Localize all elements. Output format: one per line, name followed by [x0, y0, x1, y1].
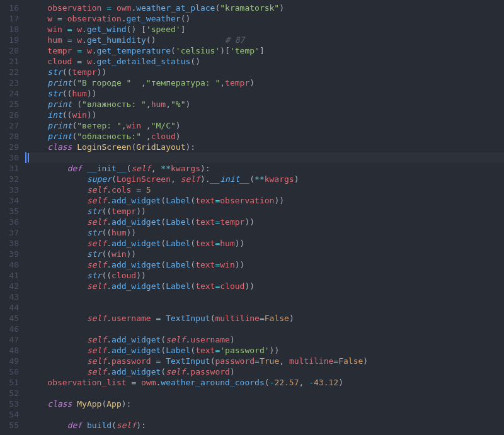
code-line[interactable]: str((tempr)) [25, 206, 504, 217]
token: hum [220, 239, 234, 248]
token: )) [235, 260, 245, 269]
token [28, 25, 47, 34]
token: username [190, 335, 230, 344]
code-line[interactable]: self.add_widget(Label(text=hum)) [25, 238, 504, 249]
code-line[interactable] [25, 302, 504, 313]
token [28, 185, 87, 195]
token: cloud [151, 132, 176, 141]
code-line[interactable]: observation_list = owm.weather_around_co… [25, 377, 504, 388]
token: , [141, 78, 146, 88]
token [52, 14, 57, 23]
token [112, 3, 117, 13]
code-line[interactable]: print("обласность:" ,cloud) [25, 131, 504, 142]
token: ) [279, 3, 284, 13]
code-line[interactable] [25, 409, 504, 420]
token: Label [166, 217, 190, 227]
token: (( [101, 249, 112, 259]
token: def [67, 421, 82, 430]
code-line[interactable] [25, 388, 504, 398]
code-line[interactable]: observation = owm.weather_at_place("kram… [25, 3, 504, 13]
code-line[interactable]: str((hum)) [25, 227, 504, 238]
token: text [195, 281, 215, 291]
token: = [77, 57, 82, 66]
token: = [255, 356, 260, 366]
token [82, 46, 87, 55]
token: self [87, 185, 106, 195]
token: self [117, 421, 136, 430]
token: self [87, 281, 106, 291]
code-line[interactable]: self.add_widget(self.username) [25, 334, 504, 345]
token: build [87, 421, 112, 430]
code-line[interactable] [25, 152, 504, 163]
code-line[interactable]: hum = w.get_humidity() # 87 [25, 35, 504, 45]
code-line[interactable]: self.add_widget(Label(text=observation)) [25, 195, 504, 206]
line-number: 46 [4, 324, 19, 334]
line-number: 26 [4, 110, 19, 120]
code-editor[interactable]: 1617181920212223242526272829303132333435… [0, 0, 504, 435]
code-line[interactable]: win = w.get_wind() ['speed'] [25, 24, 504, 35]
token: , [141, 132, 151, 141]
token: "влажность: " [82, 99, 146, 109]
token: "В городе " [77, 78, 141, 88]
code-line[interactable]: self.password = TextInput(password=True,… [25, 356, 504, 366]
line-number: 44 [4, 302, 19, 313]
code-line[interactable]: print("В городе " ,"температура: ",tempr… [25, 77, 504, 88]
token: password [112, 356, 151, 366]
token: str [87, 271, 101, 280]
token: LoginScreen [117, 174, 171, 184]
token [28, 346, 87, 355]
token [28, 110, 47, 120]
token: )) [127, 228, 137, 237]
token: self [166, 367, 185, 376]
code-line[interactable]: class MyApp(App): [25, 398, 504, 409]
code-line[interactable]: print ("влажность: ",hum,"%") [25, 99, 504, 110]
line-number: 30 [4, 152, 19, 163]
cursor [28, 153, 29, 162]
code-line[interactable]: str((hum)) [25, 88, 504, 99]
token: owm [141, 378, 156, 387]
code-line[interactable] [25, 324, 504, 334]
code-line[interactable]: self.add_widget(Label(text=tempr)) [25, 217, 504, 227]
code-line[interactable]: w = observation.get_weather() [25, 13, 504, 24]
token: = [77, 46, 82, 55]
token: text [195, 196, 215, 205]
token: ( [161, 239, 166, 248]
code-line[interactable]: str((win)) [25, 249, 504, 259]
token: weather_around_coords [161, 378, 264, 387]
code-line[interactable]: self.add_widget(Label(text=win)) [25, 259, 504, 270]
code-line[interactable]: str((cloud)) [25, 270, 504, 281]
token: ) [230, 367, 235, 376]
token [28, 121, 47, 130]
code-line[interactable]: self.username = TextInput(multiline=Fals… [25, 313, 504, 324]
code-line[interactable]: self.add_widget(self.password) [25, 366, 504, 377]
token: False [338, 356, 363, 366]
code-line[interactable]: def build(self): [25, 420, 504, 431]
line-number: 53 [4, 398, 19, 409]
code-line[interactable]: print("ветер: ",win ,"М/С") [25, 120, 504, 131]
line-number: 38 [4, 238, 19, 249]
line-number: 41 [4, 270, 19, 281]
token: "обласность:" [77, 132, 141, 141]
line-number: 23 [4, 77, 19, 88]
code-line[interactable] [25, 291, 504, 302]
code-line[interactable]: str((tempr)) [25, 67, 504, 77]
code-line[interactable]: self.add_widget(Label(text=cloud)) [25, 281, 504, 291]
code-line[interactable]: self.cols = 5 [25, 184, 504, 195]
token: add_widget [112, 367, 161, 376]
code-line[interactable]: def __init__(self, **kwargs): [25, 163, 504, 174]
token: . [106, 185, 112, 195]
code-line[interactable]: class LoginScreen(GridLayout): [25, 142, 504, 152]
token: = [136, 185, 141, 195]
code-line[interactable]: super(LoginScreen, self).__init__(**kwar… [25, 174, 504, 184]
code-line[interactable]: self.add_widget(Label(text='password')) [25, 345, 504, 356]
code-area[interactable]: observation = owm.weather_at_place("kram… [25, 0, 504, 435]
token: win [220, 260, 234, 269]
token: . [82, 35, 87, 45]
token [82, 421, 87, 430]
code-line[interactable]: int((win)) [25, 110, 504, 120]
token: ( [161, 281, 166, 291]
code-line[interactable]: tempr = w.get_temperature('celsius')['te… [25, 45, 504, 56]
line-number: 35 [4, 206, 19, 217]
token: ): [136, 421, 146, 430]
code-line[interactable]: cloud = w.get_detailed_status() [25, 56, 504, 67]
